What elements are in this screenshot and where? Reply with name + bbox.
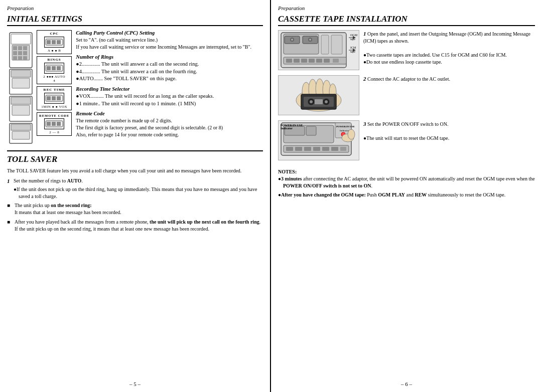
remotecode-line3: Also, refer to page 14 for your remote c…	[76, 131, 263, 138]
settings-text: Calling Party Control (CPC) Setting Set …	[76, 30, 263, 146]
svg-rect-91	[340, 147, 346, 151]
svg-rect-8	[23, 51, 27, 55]
square-bullet1-text: It means that at least one message has b…	[15, 210, 121, 215]
svg-rect-52	[333, 59, 339, 63]
svg-rect-7	[18, 51, 22, 55]
rings-bullet2: ●4.............. The unit will answer a …	[76, 68, 263, 76]
svg-rect-49	[309, 59, 315, 63]
rectime-sublabel: 1MIN ● ● VOX	[41, 105, 67, 109]
svg-rect-75	[315, 99, 323, 104]
svg-text:tape: tape	[350, 38, 355, 41]
cassette-image1: OGM tape ICM tape	[278, 30, 359, 70]
right-page-number: – 6 –	[278, 378, 535, 387]
step1-text: Set the number of rings to AUTO.	[14, 178, 83, 183]
remotecode-control	[44, 118, 64, 129]
cpc-diagram: CPC A ● ● B	[37, 30, 72, 54]
rings-bullet3: ●AUTO....... See "TOLL SAVER" on this pa…	[76, 75, 263, 83]
remotecode-diagram: REMOTE CODE 2 — 8	[37, 112, 72, 136]
remotecode-label: REMOTE CODE	[39, 114, 69, 117]
remotecode-line2: The first digit is factory preset, and t…	[76, 124, 263, 131]
square-bullet1-title: The unit picks up on the second ring:	[15, 203, 92, 208]
svg-rect-36	[57, 122, 61, 126]
cassette-image2	[278, 75, 359, 115]
left-page-number: – 5 –	[7, 378, 263, 387]
svg-text:tape: tape	[350, 50, 355, 53]
rectime-switch-svg	[45, 94, 63, 103]
square-icon1: ■	[7, 202, 12, 216]
step3-text: 3 Set the POWER ON/OFF switch to ON. ●Th…	[363, 120, 535, 142]
right-page: Preparation CASSETTE TAPE INSTALLATION	[271, 0, 542, 392]
svg-rect-16	[11, 97, 31, 104]
step1-num: 1	[7, 177, 12, 200]
cassette-title: CASSETTE TAPE INSTALLATION	[278, 14, 535, 26]
rectime-setting-title: Recording Time Selector	[76, 86, 263, 92]
notes-item2: ●After you have changed the OGM tape: Pu…	[278, 191, 535, 199]
svg-point-44	[309, 39, 311, 41]
device-image	[7, 30, 35, 146]
svg-rect-46	[286, 59, 292, 63]
svg-rect-54	[331, 35, 342, 54]
svg-rect-85	[286, 147, 293, 151]
cpc-sublabel: A ● ● B	[48, 49, 61, 53]
svg-rect-86	[295, 147, 302, 151]
cassette-bullet1: ●Two cassette tapes are included. Use C1…	[363, 52, 535, 59]
rectime-label: REC TIME	[44, 88, 65, 92]
svg-rect-14	[12, 78, 30, 88]
svg-rect-22	[47, 40, 51, 44]
svg-rect-31	[52, 96, 56, 100]
svg-rect-53	[321, 35, 329, 54]
remotecode-setting: Remote Code The remote code number is ma…	[76, 111, 263, 138]
step1-bullet: ●If the unit does not pick up on the thi…	[14, 186, 263, 200]
svg-rect-11	[23, 56, 27, 60]
svg-rect-89	[322, 147, 329, 151]
svg-rect-51	[324, 59, 330, 63]
step3-bullet: ●The unit will start to reset the OGM ta…	[363, 135, 535, 142]
svg-rect-26	[47, 66, 51, 70]
remotecode-line1: The remote code number is made up of 2 d…	[76, 117, 263, 124]
toll-saver-title: TOLL SAVER	[7, 154, 263, 164]
svg-rect-9	[13, 56, 17, 60]
svg-rect-20	[12, 131, 30, 139]
cpc-control	[44, 37, 64, 48]
svg-rect-47	[294, 59, 300, 63]
page: Preparation INITIAL SETTINGS	[0, 0, 542, 392]
cassette-content: OGM tape ICM tape 1 Open the panel, and …	[278, 30, 535, 378]
rings-bullet1: ●2.............. The unit will answer a …	[76, 61, 263, 68]
cassette-step1: OGM tape ICM tape 1 Open the panel, and …	[278, 30, 535, 70]
rings-diagram: RINGS 2 ●●● AUTO 4	[37, 56, 72, 84]
svg-rect-23	[52, 40, 56, 44]
remotecode-setting-title: Remote Code	[76, 111, 263, 116]
toll-saver-intro: The TOLL SAVER feature lets you avoid a …	[7, 167, 263, 174]
svg-rect-50	[316, 59, 322, 63]
svg-rect-10	[18, 56, 22, 60]
square-bullet2: ■ After you have played back all the mes…	[7, 219, 263, 233]
rings-sublabel2: 4	[53, 79, 55, 83]
rings-setting: Number of Rings ●2.............. The uni…	[76, 54, 263, 83]
remotecode-sublabel: 2 — 8	[49, 130, 59, 134]
step2-text: 2 Connect the AC adaptor to the AC outle…	[363, 75, 535, 83]
svg-text:ICM: ICM	[350, 46, 356, 49]
rings-label: RINGS	[48, 58, 61, 62]
remotecode-switch-svg	[45, 119, 63, 128]
svg-rect-13	[11, 70, 31, 77]
rings-setting-title: Number of Rings	[76, 54, 263, 60]
left-page: Preparation INITIAL SETTINGS	[0, 0, 271, 392]
rectime-bullet1: ●VOX.......... The unit will record for …	[76, 93, 263, 100]
rings-switch-svg	[45, 64, 63, 73]
svg-rect-19	[11, 124, 31, 130]
power-label: POWER/IN USEIndicator	[281, 124, 355, 130]
svg-point-72	[310, 100, 313, 103]
svg-rect-3	[13, 46, 17, 50]
cpc-line1: Set to "A". (no call waiting service lin…	[76, 37, 263, 44]
svg-rect-28	[57, 66, 61, 70]
svg-rect-17	[12, 105, 30, 115]
step2-num: 2	[363, 76, 366, 82]
toll-saver-section: TOLL SAVER The TOLL SAVER feature lets y…	[7, 150, 263, 378]
square-bullet1: ■ The unit picks up on the second ring: …	[7, 202, 263, 216]
square-bullet2-text: After you have played back all the messa…	[15, 219, 260, 232]
rectime-bullet2: ●1 minute.. The unit will record up to 1…	[76, 100, 263, 108]
notes-title: NOTES:	[278, 168, 535, 175]
rings-control	[44, 63, 64, 74]
svg-rect-32	[57, 96, 61, 100]
notes-item1: ●3 minutes after connecting the AC adapt…	[278, 175, 535, 189]
